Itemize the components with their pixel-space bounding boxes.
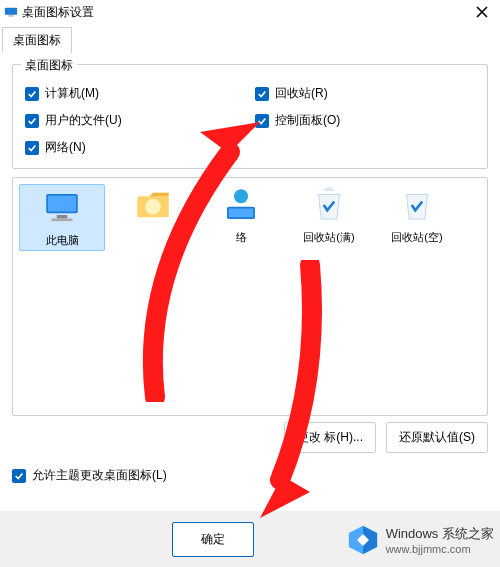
network-icon — [220, 184, 262, 226]
window-title: 桌面图标设置 — [22, 4, 468, 21]
check-icon — [25, 141, 39, 155]
app-icon — [4, 5, 18, 19]
icon-item-user[interactable] — [113, 184, 193, 251]
icon-item-this-pc[interactable]: 此电脑 — [19, 184, 105, 251]
checkbox-label: 网络(N) — [45, 139, 86, 156]
icon-label — [151, 230, 154, 242]
checkbox-user-files[interactable]: 用户的文件(U) — [25, 112, 245, 129]
this-pc-icon — [41, 187, 83, 229]
svg-rect-4 — [57, 215, 68, 219]
checkbox-computer[interactable]: 计算机(M) — [25, 85, 245, 102]
svg-rect-3 — [48, 196, 76, 212]
watermark-brand: Windows — [386, 526, 439, 541]
change-icon-button[interactable]: 更改 标(H)... — [284, 422, 376, 453]
svg-rect-10 — [229, 209, 254, 218]
watermark-url: www.bjjmmc.com — [386, 543, 494, 555]
icon-item-recycle-empty[interactable]: 回收站(空) — [377, 184, 457, 251]
checkbox-label: 计算机(M) — [45, 85, 99, 102]
check-icon — [12, 469, 26, 483]
checkbox-allow-themes[interactable]: 允许主题更改桌面图标(L) — [12, 467, 488, 484]
checkbox-label: 允许主题更改桌面图标(L) — [32, 467, 167, 484]
tab-desktop-icons[interactable]: 桌面图标 — [2, 27, 72, 53]
user-folder-icon — [132, 184, 174, 226]
svg-point-8 — [234, 189, 248, 203]
restore-defaults-button[interactable]: 还原默认值(S) — [386, 422, 488, 453]
svg-rect-5 — [52, 219, 73, 222]
svg-rect-0 — [5, 8, 17, 15]
recycle-bin-empty-icon — [396, 184, 438, 226]
svg-point-7 — [145, 199, 161, 215]
icon-label: 络 — [236, 230, 247, 245]
check-icon — [255, 114, 269, 128]
icon-item-recycle-full[interactable]: 回收站(满) — [289, 184, 369, 251]
checkbox-label: 控制面板(O) — [275, 112, 340, 129]
checkbox-label: 回收站(R) — [275, 85, 328, 102]
group-legend: 桌面图标 — [21, 57, 77, 74]
recycle-bin-full-icon — [308, 184, 350, 226]
watermark-sub: 系统之家 — [442, 526, 494, 541]
check-icon — [25, 114, 39, 128]
checkbox-network[interactable]: 网络(N) — [25, 139, 245, 156]
group-desktop-icons: 桌面图标 计算机(M) 回收站(R) 用户的文件(U) 控制面板(O) — [12, 64, 488, 169]
checkbox-recycle-bin[interactable]: 回收站(R) — [255, 85, 475, 102]
icon-item-network[interactable]: 络 — [201, 184, 281, 251]
close-button[interactable] — [468, 0, 496, 24]
check-icon — [25, 87, 39, 101]
windows-logo-icon — [346, 523, 380, 557]
icon-label: 回收站(空) — [391, 230, 442, 245]
svg-rect-1 — [8, 16, 13, 17]
watermark: Windows 系统之家 www.bjjmmc.com — [346, 523, 494, 557]
ok-button[interactable]: 确定 — [172, 522, 254, 557]
icons-preview-box: 此电脑 络 回收站 — [12, 177, 488, 416]
checkbox-control-panel[interactable]: 控制面板(O) — [255, 112, 475, 129]
check-icon — [255, 87, 269, 101]
checkbox-label: 用户的文件(U) — [45, 112, 122, 129]
icon-label: 此电脑 — [46, 233, 79, 248]
icon-label: 回收站(满) — [303, 230, 354, 245]
